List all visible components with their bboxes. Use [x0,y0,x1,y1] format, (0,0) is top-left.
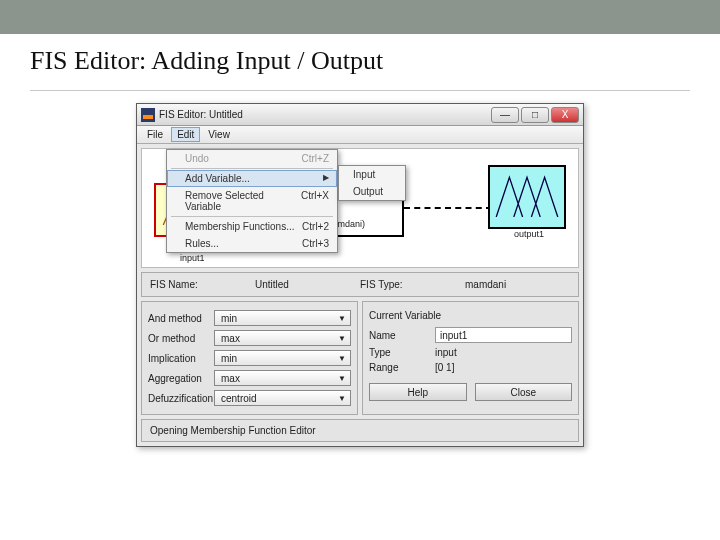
and-method-select[interactable]: min▼ [214,310,351,326]
submenu-output[interactable]: Output [339,183,405,200]
defuzz-label: Defuzzification [148,393,214,404]
chevron-down-icon: ▼ [338,334,346,343]
close-window-button[interactable]: X [551,107,579,123]
help-button[interactable]: Help [369,383,467,401]
output-block[interactable] [488,165,566,229]
fis-name-value: Untitled [255,279,360,290]
var-type-value: input [435,347,572,358]
chevron-down-icon: ▼ [338,354,346,363]
menu-edit[interactable]: Edit [171,127,200,142]
current-variable-title: Current Variable [369,310,572,321]
fis-editor-window: FIS Editor: Untitled — □ X File Edit Vie… [136,103,584,447]
output-label: output1 [514,229,544,239]
var-range-value: [0 1] [435,362,572,373]
diagram-area: UndoCtrl+Z Add Variable...▶ Remove Selec… [141,148,579,268]
menu-view[interactable]: View [202,127,236,142]
fis-name-label: FIS Name: [150,279,255,290]
connector-dash [404,207,492,209]
or-method-label: Or method [148,333,214,344]
close-button[interactable]: Close [475,383,573,401]
chevron-down-icon: ▼ [338,314,346,323]
divider [30,90,690,91]
defuzz-select[interactable]: centroid▼ [214,390,351,406]
menu-rules[interactable]: Rules...Ctrl+3 [167,235,337,252]
maximize-button[interactable]: □ [521,107,549,123]
matlab-icon [141,108,155,122]
input-label: input1 [180,253,205,263]
status-bar: Opening Membership Function Editor [141,419,579,442]
fis-type-value: mamdani [465,279,570,290]
implication-label: Implication [148,353,214,364]
slide-title: FIS Editor: Adding Input / Output [30,46,720,76]
aggregation-select[interactable]: max▼ [214,370,351,386]
minimize-button[interactable]: — [491,107,519,123]
titlebar: FIS Editor: Untitled — □ X [137,104,583,126]
and-method-label: And method [148,313,214,324]
window-title: FIS Editor: Untitled [159,109,489,120]
implication-select[interactable]: min▼ [214,350,351,366]
submenu-input[interactable]: Input [339,166,405,183]
chevron-right-icon: ▶ [323,173,329,184]
menu-add-variable[interactable]: Add Variable...▶ [167,170,337,187]
chevron-down-icon: ▼ [338,394,346,403]
fis-info-panel: FIS Name: Untitled FIS Type: mamdani [141,272,579,297]
edit-dropdown: UndoCtrl+Z Add Variable...▶ Remove Selec… [166,149,338,253]
var-type-label: Type [369,347,435,358]
menu-membership-functions[interactable]: Membership Functions...Ctrl+2 [167,218,337,235]
var-range-label: Range [369,362,435,373]
menubar: File Edit View [137,126,583,144]
menu-undo: UndoCtrl+Z [167,150,337,167]
chevron-down-icon: ▼ [338,374,346,383]
current-variable-panel: Current Variable Name input1 Type input … [362,301,579,415]
add-variable-submenu: Input Output [338,165,406,201]
var-name-label: Name [369,330,435,341]
menu-remove-variable[interactable]: Remove Selected VariableCtrl+X [167,187,337,215]
aggregation-label: Aggregation [148,373,214,384]
fis-type-label: FIS Type: [360,279,465,290]
methods-panel: And method min▼ Or method max▼ Implicati… [141,301,358,415]
or-method-select[interactable]: max▼ [214,330,351,346]
var-name-field[interactable]: input1 [435,327,572,343]
menu-file[interactable]: File [141,127,169,142]
